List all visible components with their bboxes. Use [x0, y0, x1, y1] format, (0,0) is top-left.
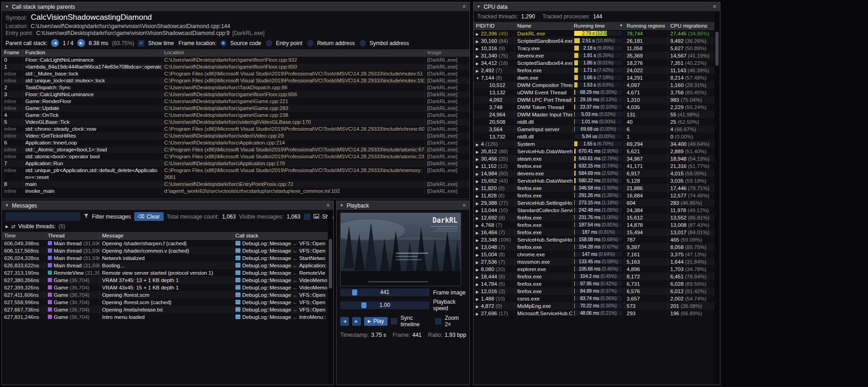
- expand-icon[interactable]: ▶: [476, 171, 481, 177]
- sync-timeline-checkbox[interactable]: [391, 318, 397, 324]
- message-row[interactable]: 627,558,996ns Game (36,704) Opening /for…: [2, 299, 328, 306]
- callstack-row[interactable]: 8 main C:\Users\wolf\Desktop\darkrl\src\…: [2, 181, 469, 188]
- callstack-icon[interactable]: [235, 307, 240, 312]
- prev-parent-button[interactable]: ◀: [51, 39, 59, 47]
- message-row[interactable]: 627,831,246ns Game (36,704) Intro menu l…: [2, 313, 328, 321]
- expand-icon[interactable]: ▶: [476, 222, 481, 229]
- cpu-row[interactable]: ▶4,768 (7) firefox.exe 187.54 ms (0.81%)…: [474, 221, 715, 229]
- expand-icon[interactable]: ▶: [476, 31, 481, 37]
- column-cpu-migrations[interactable]: CPU migrations: [668, 22, 715, 29]
- cpu-row[interactable]: 13,732 ntdll.dll 5.84 us (0.00%) 1 0 (0.…: [474, 133, 715, 140]
- cpu-row[interactable]: ▶10,316 (9) Tracy.exe 2.18 s (9.45%) 11,…: [474, 45, 715, 52]
- cpu-row[interactable]: ▶12,016 (3) firefox.exe 84.89 ms (0.37%)…: [474, 288, 715, 295]
- play-button[interactable]: ▶Play: [364, 317, 388, 326]
- message-row[interactable]: 626,024,328ns Main thread (31,596) Netwo…: [2, 254, 328, 262]
- cpu-row[interactable]: ▶11,828 (6) firefox.exe 291.26 ms (1.26%…: [474, 192, 715, 199]
- column-pid-tid[interactable]: PID/TID: [474, 22, 515, 29]
- cpu-scrollbar[interactable]: [714, 12, 720, 384]
- cpu-row[interactable]: ▶14,784 (5) firefox.exe 97.95 ms (0.42%)…: [474, 280, 715, 288]
- column-running-time[interactable]: ▼Running time: [573, 22, 624, 29]
- cpu-row[interactable]: ▶15,004 (8) chrome.exe 147 ms (0.64%) 7,…: [474, 251, 715, 258]
- callstack-icon[interactable]: [235, 255, 240, 260]
- callstack-icon[interactable]: [235, 300, 240, 305]
- cpu-titlebar[interactable]: ▼ CPU data ✕: [474, 2, 720, 11]
- cpu-row[interactable]: 24,964 DWM Master Input Thread 5.03 ms (…: [474, 111, 715, 118]
- expand-icon[interactable]: ▶: [476, 266, 481, 273]
- zoom-2x-checkbox[interactable]: [435, 318, 441, 324]
- callstack-row[interactable]: inline std::atomic<bool>::operator bool …: [2, 153, 469, 160]
- expand-icon[interactable]: ▶: [476, 178, 481, 185]
- cpu-row[interactable]: ▶18,444 (6) firefox.exe 104.2 ms (0.45%)…: [474, 273, 715, 280]
- callstack-row[interactable]: inline std::chrono::steady_clock::now C:…: [2, 126, 469, 133]
- expand-icon[interactable]: ▶: [476, 311, 481, 317]
- message-row[interactable]: 627,411,606ns Game (36,704) Opening /for…: [2, 291, 328, 299]
- message-row[interactable]: 627,380,356ns Game (36,704) VRAM 37x45: …: [2, 277, 328, 284]
- radio-return-address[interactable]: [307, 40, 314, 46]
- show-frame-checkbox[interactable]: [304, 214, 310, 220]
- callstack-row[interactable]: inline std::_Atomic_storage<bool,1>::loa…: [2, 146, 469, 153]
- expand-icon[interactable]: ▶: [476, 281, 481, 288]
- cpu-row[interactable]: ▶27,536 (7) msvsmon.exe 133.45 ms (0.58%…: [474, 258, 715, 266]
- expand-icon[interactable]: ▶: [476, 141, 481, 148]
- expand-icon[interactable]: ▶: [476, 200, 481, 207]
- playback-speed-slider[interactable]: 1.00: [340, 301, 429, 309]
- callstack-icon[interactable]: [235, 263, 240, 268]
- cpu-row[interactable]: 4,092 DWM LPC Port Thread 29.16 ms (0.13…: [474, 96, 715, 104]
- callstack-row[interactable]: 7 Application::Run C:\Users\wolf\Desktop…: [2, 160, 469, 167]
- collapse-icon[interactable]: ▼: [5, 5, 9, 9]
- cpu-row[interactable]: ▶16,464 (7) firefox.exe 187 ms (0.81%) 1…: [474, 229, 715, 236]
- callstack-row[interactable]: 5 VideoGLBase::Tick C:\Users\wolf\Deskto…: [2, 119, 469, 126]
- callstack-row[interactable]: inline std::unique_ptr<Application,std::…: [2, 167, 469, 181]
- cpu-row[interactable]: ▼7,144 (8) dwm.exe 1.66 s (7.18%) 14,291…: [474, 74, 715, 81]
- callstack-icon[interactable]: [235, 314, 240, 319]
- cpu-row[interactable]: ▶23,348 (106) ServiceHub.SettingsHost 15…: [474, 236, 715, 243]
- messages-titlebar[interactable]: ▼ Messages ✕: [2, 201, 333, 210]
- column-callstack[interactable]: Call stack: [233, 232, 328, 239]
- prev-frame-button[interactable]: ◀: [340, 317, 349, 326]
- message-row[interactable]: 627,667,736ns Game (36,704) Opening /met…: [2, 306, 328, 313]
- collapse-icon[interactable]: ▼: [477, 5, 480, 9]
- expand-icon[interactable]: ▶: [6, 225, 8, 229]
- close-icon[interactable]: ✕: [713, 4, 717, 9]
- radio-source-code[interactable]: [220, 40, 227, 46]
- playback-frame-image[interactable]: DarkRL: [340, 213, 461, 286]
- cpu-row[interactable]: ▶22,396 (49) DarkRL.exe 2.79 s (12.06%) …: [474, 30, 715, 37]
- callstack-row[interactable]: 2 TaskDispatch::Sync C:\Users\wolf\Deskt…: [2, 84, 469, 91]
- cpu-row[interactable]: ▶4 (126) System 1.55 s (6.70%) 69,294 34…: [474, 140, 715, 148]
- callstack-row[interactable]: inline Game::RenderFloor C:\Users\wolf\D…: [2, 98, 469, 105]
- radio-symbol-address[interactable]: [360, 40, 366, 46]
- scrollbar-thumb[interactable]: [329, 239, 332, 289]
- callstack-row[interactable]: inline invoke_main d:\agent\_work\63\s\s…: [2, 188, 469, 195]
- cpu-row[interactable]: ▶15,652 (43) ServiceHub.DataWarehou 580.…: [474, 177, 715, 185]
- message-row[interactable]: 606,117,568ns Main thread (31,596) Openi…: [2, 247, 328, 254]
- callstack-row[interactable]: inline Video::GetTicksHiRes C:\Users\wol…: [2, 133, 469, 139]
- cpu-row[interactable]: ▶13,044 (10) StandardCollector.Servic 24…: [474, 207, 715, 214]
- expand-icon[interactable]: ▶: [476, 215, 481, 221]
- expand-icon[interactable]: ▶: [476, 252, 481, 258]
- expand-icon[interactable]: ▶: [476, 274, 481, 280]
- column-running-regions[interactable]: Running regions: [624, 22, 668, 29]
- cpu-row[interactable]: ▶13,048 (7) firefox.exe 154.28 ms (0.67%…: [474, 243, 715, 251]
- column-location[interactable]: Location: [162, 49, 425, 56]
- cpu-row[interactable]: ▶34,412 (18) ScriptedSandbox64.exe 1.85 …: [474, 59, 715, 67]
- column-message[interactable]: Message: [100, 232, 233, 239]
- cpu-row[interactable]: ▶35,812 (88) ServiceHub.DataWarehou 670.…: [474, 148, 715, 155]
- cpu-row[interactable]: 3,748 DWM Token Thread 23.37 ms (0.10%) …: [474, 104, 715, 111]
- cpu-row[interactable]: ▶30,160 (84) ScriptedSandbox64.exe 2.51 …: [474, 37, 715, 45]
- message-row[interactable]: 627,399,326ns Game (36,704) VRAM 43x45: …: [2, 284, 328, 291]
- radio-entry-point[interactable]: [266, 40, 272, 46]
- callstack-icon[interactable]: [235, 241, 240, 246]
- expand-icon[interactable]: ▶: [476, 38, 481, 45]
- next-parent-button[interactable]: ▶: [77, 39, 85, 47]
- expand-icon[interactable]: ▶: [476, 46, 481, 52]
- cpu-row[interactable]: ▶2,492 (7) firefox.exe 1.71 s (7.42%) 24…: [474, 67, 715, 74]
- column-image[interactable]: Image: [425, 49, 469, 56]
- frame-image-slider[interactable]: 441: [340, 289, 429, 296]
- callstack-icon[interactable]: [235, 248, 240, 253]
- expand-icon[interactable]: ▶: [476, 60, 481, 67]
- cpu-row[interactable]: ▶30,456 (25) steam.exe 643.61 ms (2.79%)…: [474, 155, 715, 162]
- expand-icon[interactable]: ▶: [476, 244, 481, 251]
- expand-icon[interactable]: ▶: [476, 53, 481, 59]
- expand-icon[interactable]: ▶: [476, 208, 481, 214]
- callstack-row[interactable]: inline std::unique_lock<std::mutex>::loc…: [2, 77, 469, 84]
